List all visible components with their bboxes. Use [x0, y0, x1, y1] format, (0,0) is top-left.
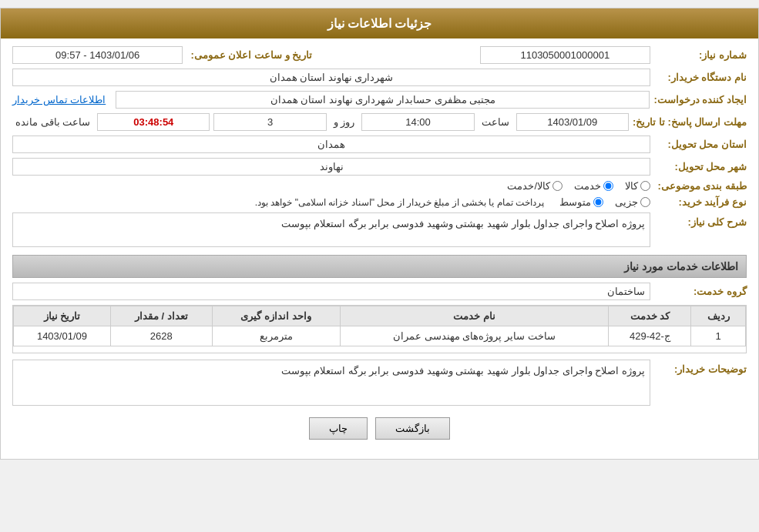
delivery-city-value: نهاوند [12, 158, 650, 176]
deadline-days-label: روز و [334, 116, 355, 128]
col-row-num: ردیف [691, 306, 746, 326]
category-radio-khedmat[interactable] [603, 181, 613, 191]
content-area: شماره نیاز: 1103050001000001 تاریخ و ساع… [1, 38, 758, 459]
cell-service-name: ساخت سایر پروژه‌های مهندسی عمران [340, 326, 609, 346]
creator-value: مجتبی مظفری حسابدار شهرداری نهاوند استان… [116, 91, 650, 109]
cell-unit: مترمربع [212, 326, 340, 346]
cell-service-code: ج-42-429 [609, 326, 691, 346]
purchase-type-radio-group: جزیی متوسط [559, 196, 650, 208]
row-delivery-city: شهر محل تحویل: نهاوند [12, 158, 747, 176]
category-radio-group: کالا خدمت کالا/خدمت [507, 180, 650, 192]
col-unit: واحد اندازه گیری [212, 306, 340, 326]
services-section-title: اطلاعات خدمات مورد نیاز [12, 255, 747, 278]
row-service-group: گروه خدمت: ساختمان [12, 283, 747, 300]
buyer-org-label: نام دستگاه خریدار: [654, 72, 747, 83]
row-purchase-type: نوع فرآیند خرید: جزیی متوسط پرداخت تمام … [12, 196, 747, 208]
row-buyer-org: نام دستگاه خریدار: شهرداری نهاوند استان … [12, 69, 747, 86]
col-service-code: کد خدمت [609, 306, 691, 326]
purchase-type-jozee-label: جزیی [615, 196, 638, 208]
col-quantity: تعداد / مقدار [110, 306, 212, 326]
row-description: شرح کلی نیاز: پروژه اصلاح واجرای جداول ب… [12, 212, 747, 247]
table-header: ردیف کد خدمت نام خدمت واحد اندازه گیری ت… [14, 306, 746, 326]
delivery-province-value: همدان [12, 136, 650, 153]
category-kala-khedmat-label: کالا/خدمت [507, 180, 550, 192]
buyer-notes-value: پروژه اصلاح واجرای جداول بلوار شهید بهشت… [12, 360, 650, 406]
row-category: طبقه بندی موضوعی: کالا خدمت کالا/خدمت [12, 180, 747, 192]
date-announce-value: 1403/01/06 - 09:57 [12, 46, 183, 64]
creator-label: ایجاد کننده درخواست: [653, 94, 747, 105]
col-service-name: نام خدمت [340, 306, 609, 326]
cell-row-num: 1 [691, 326, 746, 346]
need-number-value: 1103050001000001 [480, 46, 650, 64]
description-label: شرح کلی نیاز: [654, 216, 747, 228]
table-body: 1 ج-42-429 ساخت سایر پروژه‌های مهندسی عم… [14, 326, 746, 346]
services-table-wrapper: ردیف کد خدمت نام خدمت واحد اندازه گیری ت… [12, 305, 747, 353]
page-title: جزئیات اطلاعات نیاز [327, 17, 432, 30]
deadline-time-label: ساعت [482, 116, 509, 128]
purchase-type-radio-motavaset[interactable] [593, 197, 603, 207]
need-number-label: شماره نیاز: [654, 49, 747, 61]
table-header-row: ردیف کد خدمت نام خدمت واحد اندازه گیری ت… [14, 306, 746, 326]
page-header: جزئیات اطلاعات نیاز [1, 8, 758, 38]
deadline-remaining-label: ساعت باقی مانده [15, 116, 90, 128]
row-creator: ایجاد کننده درخواست: مجتبی مظفری حسابدار… [12, 91, 747, 109]
purchase-type-motavaset-label: متوسط [559, 196, 591, 208]
category-label: طبقه بندی موضوعی: [654, 180, 747, 192]
back-button[interactable]: بازگشت [375, 417, 450, 440]
row-buyer-notes: توضیحات خریدار: پروژه اصلاح واجرای جداول… [12, 360, 747, 406]
purchase-type-label: نوع فرآیند خرید: [654, 196, 747, 208]
category-kala-label: کالا [625, 180, 638, 192]
purchase-type-motavaset: متوسط [559, 196, 603, 208]
deadline-date-value: 1403/01/09 [516, 113, 629, 131]
table-row: 1 ج-42-429 ساخت سایر پروژه‌های مهندسی عم… [14, 326, 746, 346]
category-kala-khedmat: کالا/خدمت [507, 180, 563, 192]
deadline-time-value: 14:00 [361, 113, 474, 131]
deadline-days-value: 3 [213, 113, 326, 131]
row-need-number: شماره نیاز: 1103050001000001 تاریخ و ساع… [12, 46, 747, 64]
row-deadline: مهلت ارسال پاسخ: تا تاریخ: 1403/01/09 سا… [12, 113, 747, 131]
buyer-org-value: شهرداری نهاوند استان همدان [12, 69, 650, 86]
delivery-province-label: استان محل تحویل: [654, 139, 747, 150]
description-value: پروژه اصلاح واجرای جداول بلوار شهید بهشت… [12, 212, 650, 247]
purchase-type-jozee: جزیی [615, 196, 650, 208]
print-button[interactable]: چاپ [309, 417, 368, 440]
cell-quantity: 2628 [110, 326, 212, 346]
delivery-city-label: شهر محل تحویل: [654, 161, 747, 172]
category-radio-kala[interactable] [640, 181, 650, 191]
service-group-label: گروه خدمت: [654, 286, 747, 297]
row-delivery-province: استان محل تحویل: همدان [12, 136, 747, 153]
services-table: ردیف کد خدمت نام خدمت واحد اندازه گیری ت… [13, 306, 746, 346]
deadline-remaining-value: 03:48:54 [97, 113, 210, 131]
buyer-notes-label: توضیحات خریدار: [654, 363, 747, 375]
category-radio-kala-khedmat[interactable] [552, 181, 563, 191]
col-date: تاریخ نیاز [14, 306, 111, 326]
cell-date: 1403/01/09 [14, 326, 111, 346]
contact-link[interactable]: اطلاعات تماس خریدار [12, 94, 106, 105]
purchase-type-notice: پرداخت تمام یا بخشی از مبلغ خریدار از مح… [12, 197, 544, 208]
category-khedmat: خدمت [574, 180, 613, 192]
category-khedmat-label: خدمت [574, 180, 601, 192]
category-kala: کالا [625, 180, 650, 192]
page-container: جزئیات اطلاعات نیاز شماره نیاز: 11030500… [0, 8, 759, 460]
date-announce-label: تاریخ و ساعت اعلان عمومی: [190, 49, 312, 61]
service-group-value: ساختمان [12, 283, 650, 300]
deadline-label: مهلت ارسال پاسخ: تا تاریخ: [633, 116, 747, 128]
button-row: بازگشت چاپ [12, 417, 747, 440]
purchase-type-radio-jozee[interactable] [640, 197, 650, 207]
